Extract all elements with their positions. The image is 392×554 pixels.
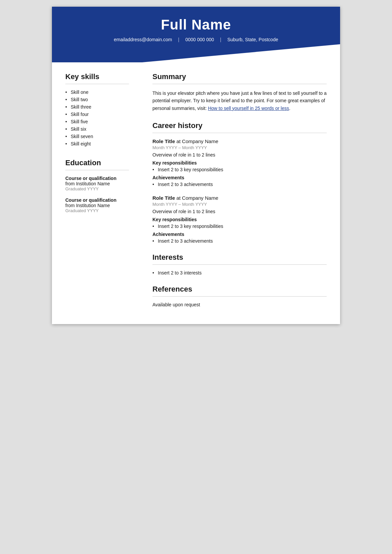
summary-title: Summary <box>152 72 327 81</box>
summary-section: Summary This is your elevator pitch wher… <box>152 72 327 112</box>
references-divider <box>152 296 327 297</box>
skills-list: Skill one Skill two Skill three Skill fo… <box>65 89 129 146</box>
skill-4: Skill four <box>65 112 129 117</box>
email: emailaddress@domain.com <box>108 37 178 42</box>
job-2-company: Company Name <box>182 195 218 201</box>
skills-divider <box>65 84 129 84</box>
job-entry-2: Role Title at Company Name Month YYYY – … <box>152 195 327 244</box>
job-1-at: at <box>176 138 182 144</box>
contact-info: emailaddress@domain.com | 0000 000 000 |… <box>65 37 327 42</box>
job-2-responsibilities-title: Key responsibilities <box>152 217 327 222</box>
summary-suffix: . <box>289 106 290 111</box>
edu-1-qualification: Course or qualification <box>65 176 129 181</box>
edu-1-date: Graduated YYYY <box>65 186 129 191</box>
job-2-responsibilities-list: Insert 2 to 3 key responsibilities <box>152 224 327 229</box>
career-divider <box>152 133 327 133</box>
interests-list: Insert 2 to 3 interests <box>152 270 327 275</box>
skill-2: Skill two <box>65 97 129 102</box>
job-1-overview: Overview of role in 1 to 2 lines <box>152 152 327 158</box>
job-entry-1: Role Title at Company Name Month YYYY – … <box>152 138 327 187</box>
references-section: References Available upon request <box>152 285 327 307</box>
edu-entry-2: Course or qualification from Institution… <box>65 197 129 213</box>
skill-3: Skill three <box>65 104 129 110</box>
summary-link[interactable]: How to sell yourself in 25 words or less <box>208 106 289 111</box>
job-1-achievements-list: Insert 2 to 3 achievements <box>152 182 327 187</box>
skill-1: Skill one <box>65 89 129 95</box>
job-1-responsibilities-title: Key responsibilities <box>152 160 327 166</box>
education-section: Education Course or qualification from I… <box>65 159 129 213</box>
job-2-responsibility-1: Insert 2 to 3 key responsibilities <box>152 224 327 229</box>
skill-5: Skill five <box>65 119 129 124</box>
resume-page: Full Name emailaddress@domain.com | 0000… <box>52 7 340 324</box>
job-1-achievement-1: Insert 2 to 3 achievements <box>152 182 327 187</box>
job-2-achievement-1: Insert 2 to 3 achievements <box>152 238 327 244</box>
job-1-title-line: Role Title at Company Name <box>152 138 327 144</box>
summary-divider <box>152 84 327 84</box>
summary-text: This is your elevator pitch where you ha… <box>152 89 327 112</box>
edu-2-date: Graduated YYYY <box>65 208 129 213</box>
interests-section: Interests Insert 2 to 3 interests <box>152 253 327 275</box>
interests-title: Interests <box>152 253 327 262</box>
phone: 0000 000 000 <box>179 37 220 42</box>
job-1-responsibilities-list: Insert 2 to 3 key responsibilities <box>152 167 327 172</box>
right-column: Summary This is your elevator pitch wher… <box>139 72 340 311</box>
edu-1-institution: from Institution Name <box>65 181 129 186</box>
edu-2-institution: from Institution Name <box>65 203 129 208</box>
full-name: Full Name <box>65 17 327 33</box>
skills-title: Key skills <box>65 72 129 81</box>
skill-7: Skill seven <box>65 134 129 139</box>
career-section: Career history Role Title at Company Nam… <box>152 121 327 244</box>
interest-1: Insert 2 to 3 interests <box>152 270 327 275</box>
job-1-responsibility-1: Insert 2 to 3 key responsibilities <box>152 167 327 172</box>
job-2-overview: Overview of role in 1 to 2 lines <box>152 209 327 214</box>
job-1-dates: Month YYYY – Month YYYY <box>152 145 327 150</box>
job-1-company: Company Name <box>182 138 218 144</box>
skills-section: Key skills Skill one Skill two Skill thr… <box>65 72 129 146</box>
header: Full Name emailaddress@domain.com | 0000… <box>52 7 340 62</box>
edu-entry-1: Course or qualification from Institution… <box>65 176 129 191</box>
divider-2: | <box>220 37 221 42</box>
job-2-role: Role Title <box>152 195 175 201</box>
references-text: Available upon request <box>152 302 327 307</box>
interests-divider <box>152 264 327 265</box>
job-1-achievements-title: Achievements <box>152 175 327 180</box>
main-content: Key skills Skill one Skill two Skill thr… <box>52 62 340 324</box>
education-divider <box>65 170 129 170</box>
left-column: Key skills Skill one Skill two Skill thr… <box>52 72 139 311</box>
divider-1: | <box>178 37 180 42</box>
location: Suburb, State, Postcode <box>221 37 284 42</box>
job-2-at: at <box>176 195 182 201</box>
job-2-dates: Month YYYY – Month YYYY <box>152 202 327 207</box>
education-title: Education <box>65 159 129 167</box>
skill-8: Skill eight <box>65 141 129 146</box>
job-2-achievements-list: Insert 2 to 3 achievements <box>152 238 327 244</box>
edu-2-qualification: Course or qualification <box>65 197 129 203</box>
job-2-achievements-title: Achievements <box>152 232 327 237</box>
career-title: Career history <box>152 121 327 130</box>
job-2-title-line: Role Title at Company Name <box>152 195 327 201</box>
skill-6: Skill six <box>65 126 129 132</box>
job-1-role: Role Title <box>152 138 175 144</box>
references-title: References <box>152 285 327 294</box>
